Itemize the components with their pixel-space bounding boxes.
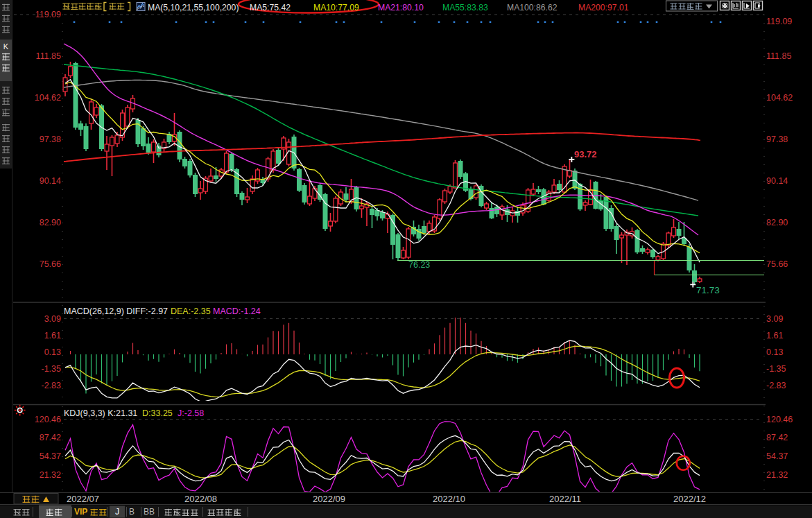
svg-text:MA10:77.09: MA10:77.09 [313,3,359,12]
svg-text:MA55:83.83: MA55:83.83 [442,3,488,12]
svg-text:-2.83: -2.83 [766,381,786,390]
svg-text:-2.83: -2.83 [42,381,62,390]
svg-text:75.66: 75.66 [766,259,788,269]
svg-text:111.85: 111.85 [36,51,61,61]
svg-text:2022/12: 2022/12 [673,494,706,504]
svg-text:54.37: 54.37 [766,451,788,461]
svg-text:MACD:-1.24: MACD:-1.24 [213,307,261,316]
svg-text:3.09: 3.09 [766,314,783,324]
svg-text:1.61: 1.61 [44,331,61,340]
svg-text:0.13: 0.13 [766,347,783,357]
svg-text:75.66: 75.66 [40,259,61,269]
svg-text:MA200:97.01: MA200:97.01 [578,3,629,12]
svg-text:VIP: VIP [74,507,87,517]
svg-text:MACD(26,12,9) DIFF:-2.97: MACD(26,12,9) DIFF:-2.97 [64,307,168,316]
svg-text:90.14: 90.14 [766,176,788,186]
svg-text:J:-2.58: J:-2.58 [178,408,204,418]
svg-text:2022/08: 2022/08 [184,494,217,504]
svg-text:-1.35: -1.35 [42,364,62,374]
svg-text:82.90: 82.90 [766,218,788,227]
svg-text:93.72: 93.72 [574,149,597,159]
svg-text:90.14: 90.14 [40,176,61,186]
svg-text:104.62: 104.62 [766,93,793,103]
svg-text:0.13: 0.13 [44,347,61,357]
svg-text:2022/07: 2022/07 [67,494,99,504]
svg-text:-1.35: -1.35 [766,364,786,374]
svg-text:BB: BB [144,507,155,517]
svg-text:21.32: 21.32 [766,470,788,480]
svg-text:119.09: 119.09 [766,17,792,26]
svg-text:1.61: 1.61 [766,331,783,340]
svg-text:DEA:-2.35: DEA:-2.35 [171,307,211,316]
svg-text:KDJ(9,3,3) K:21.31: KDJ(9,3,3) K:21.31 [64,408,137,418]
svg-text:111.85: 111.85 [766,51,791,61]
svg-text:MA100:86.62: MA100:86.62 [507,3,558,12]
svg-text:MA(5,10,21,55,100,200): MA(5,10,21,55,100,200) [148,3,239,12]
svg-text:3.09: 3.09 [44,314,61,324]
svg-text:B: B [129,507,135,517]
svg-text:71.73: 71.73 [696,285,720,295]
svg-text:97.38: 97.38 [40,135,61,144]
svg-text:J: J [115,507,119,517]
svg-text:21.32: 21.32 [40,470,61,480]
svg-text:MA21:80.10: MA21:80.10 [378,3,424,12]
svg-text:2022/10: 2022/10 [433,494,465,504]
svg-text:MA5:75.42: MA5:75.42 [250,3,291,12]
svg-text:97.38: 97.38 [766,135,788,144]
svg-text:104.62: 104.62 [35,93,61,103]
svg-text:K: K [3,42,9,51]
svg-text:87.42: 87.42 [40,433,61,442]
svg-text:120.46: 120.46 [35,415,61,424]
svg-text:2022/11: 2022/11 [549,494,581,504]
svg-text:2022/09: 2022/09 [313,494,345,504]
svg-text:119.09: 119.09 [35,10,61,19]
svg-text:54.37: 54.37 [40,451,61,461]
svg-text:D:33.25: D:33.25 [142,408,173,418]
svg-text:87.42: 87.42 [766,433,788,442]
svg-text:82.90: 82.90 [40,218,61,227]
svg-text:76.23: 76.23 [408,260,430,270]
svg-text:120.46: 120.46 [766,415,793,424]
